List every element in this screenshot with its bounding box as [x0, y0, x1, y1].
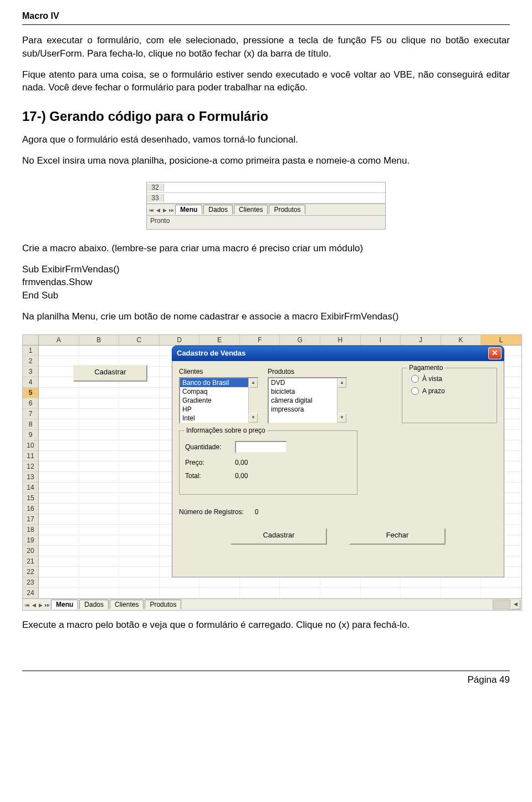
preco-label: Preço:: [185, 459, 229, 466]
nav-prev-icon[interactable]: ◀: [155, 207, 161, 213]
radio-icon[interactable]: [411, 375, 419, 383]
nav-next-icon[interactable]: ▶: [37, 602, 44, 608]
pagamento-group: Pagamento À vista A prazo: [402, 368, 497, 423]
row-2[interactable]: 2: [23, 356, 38, 367]
cells-area[interactable]: Cadastrar Cadastro de Vendas ✕ Clientes …: [39, 346, 521, 598]
paragraph-7: Execute a macro pelo botão e veja que o …: [22, 618, 510, 632]
tab-produtos[interactable]: Produtos: [269, 205, 305, 214]
quantidade-label: Quantidade:: [185, 443, 229, 451]
tab-dados[interactable]: Dados: [79, 600, 109, 609]
row-13[interactable]: 13: [23, 472, 38, 483]
paragraph-1: Para executar o formulário, com ele sele…: [22, 34, 510, 60]
list-item[interactable]: Banco do Brasil: [180, 378, 258, 387]
col-L[interactable]: L: [481, 335, 521, 345]
list-item[interactable]: bicicleta: [269, 387, 346, 396]
nav-last-icon[interactable]: ⏭: [168, 207, 175, 213]
row-5[interactable]: 5: [23, 388, 38, 398]
row-21[interactable]: 21: [23, 556, 38, 567]
select-all-corner[interactable]: [23, 335, 39, 345]
tab-menu[interactable]: Menu: [175, 205, 202, 214]
list-item[interactable]: impressora: [269, 405, 346, 414]
scroll-left-icon[interactable]: ◀: [510, 600, 520, 610]
paragraph-2: Fique atento para uma coisa, se o formul…: [22, 68, 510, 95]
list-item[interactable]: Intel: [180, 414, 258, 423]
tab-dados[interactable]: Dados: [203, 205, 233, 214]
col-F[interactable]: F: [240, 335, 280, 345]
code-block: Sub ExibirFrmVendas() frmvendas.Show End…: [22, 263, 510, 302]
list-item[interactable]: DVD: [269, 378, 346, 387]
footer: Página 49: [22, 671, 510, 686]
excel-tabs-screenshot: 32 33 ⏮◀▶⏭ Menu Dados Clientes Produtos …: [146, 182, 386, 230]
sheet-nav-arrows[interactable]: ⏮◀▶⏭: [24, 601, 50, 608]
col-H[interactable]: H: [320, 335, 361, 345]
row-15[interactable]: 15: [23, 493, 38, 504]
scroll-down-icon[interactable]: ▼: [249, 413, 258, 423]
col-K[interactable]: K: [441, 335, 482, 345]
nav-next-icon[interactable]: ▶: [161, 207, 168, 213]
col-B[interactable]: B: [79, 335, 120, 345]
num-registros-row: Número de Registros: 0: [179, 508, 497, 516]
dialog-title: Cadastro de Vendas: [175, 349, 488, 357]
row-6[interactable]: 6: [23, 398, 38, 409]
scroll-down-icon[interactable]: ▼: [337, 413, 346, 423]
row-23[interactable]: 23: [23, 577, 38, 588]
horizontal-scrollbar[interactable]: ◀: [493, 600, 521, 610]
nav-first-icon[interactable]: ⏮: [24, 602, 30, 608]
row-9[interactable]: 9: [23, 430, 38, 440]
listbox-scrollbar[interactable]: ▲ ▼: [337, 378, 346, 423]
nav-prev-icon[interactable]: ◀: [30, 602, 37, 608]
row-11[interactable]: 11: [23, 451, 38, 461]
quantidade-input[interactable]: [235, 441, 287, 453]
sheet-nav-arrows[interactable]: ⏮◀▶⏭: [148, 206, 175, 214]
scroll-up-icon[interactable]: ▲: [249, 378, 258, 388]
nav-last-icon[interactable]: ⏭: [44, 602, 50, 608]
row-12[interactable]: 12: [23, 461, 38, 472]
sheet-button-cadastrar[interactable]: Cadastrar: [73, 365, 147, 382]
row-24[interactable]: 24: [23, 588, 38, 598]
produtos-listbox[interactable]: DVD bicicleta câmera digital impressora …: [268, 377, 347, 424]
col-C[interactable]: C: [119, 335, 160, 345]
nav-first-icon[interactable]: ⏮: [148, 207, 155, 213]
row-22[interactable]: 22: [23, 567, 38, 577]
row-7[interactable]: 7: [23, 409, 38, 419]
dialog-titlebar[interactable]: Cadastro de Vendas ✕: [172, 346, 504, 361]
tab-menu[interactable]: Menu: [51, 600, 78, 609]
status-bar: Pronto: [147, 216, 385, 229]
scroll-up-icon[interactable]: ▲: [337, 378, 346, 388]
list-item[interactable]: Gradiente: [180, 396, 258, 405]
col-A[interactable]: A: [39, 335, 79, 345]
radio-aprazo[interactable]: A prazo: [408, 385, 491, 397]
tab-clientes[interactable]: Clientes: [110, 600, 144, 609]
row-10[interactable]: 10: [23, 440, 38, 451]
list-item[interactable]: câmera digital: [269, 396, 346, 405]
row-20[interactable]: 20: [23, 546, 38, 556]
clientes-listbox[interactable]: Banco do Brasil Compaq Gradiente HP Inte…: [179, 377, 259, 424]
row-4[interactable]: 4: [23, 377, 38, 388]
col-I[interactable]: I: [361, 335, 401, 345]
list-item[interactable]: HP: [180, 405, 258, 414]
row-16[interactable]: 16: [23, 504, 38, 514]
row-1[interactable]: 1: [23, 346, 38, 356]
tab-clientes[interactable]: Clientes: [234, 205, 268, 214]
info-legend: Informações sobre o preço: [184, 427, 268, 434]
list-item[interactable]: Compaq: [180, 387, 258, 396]
row-17[interactable]: 17: [23, 514, 38, 525]
col-G[interactable]: G: [280, 335, 320, 345]
row-18[interactable]: 18: [23, 525, 38, 535]
close-icon[interactable]: ✕: [488, 347, 502, 359]
row-3[interactable]: 3: [23, 367, 38, 377]
fechar-button[interactable]: Fechar: [349, 528, 446, 545]
radio-avista[interactable]: À vista: [408, 373, 491, 385]
col-J[interactable]: J: [401, 335, 441, 345]
tab-produtos[interactable]: Produtos: [145, 600, 181, 609]
row-19[interactable]: 19: [23, 535, 38, 546]
radio-icon[interactable]: [411, 387, 419, 395]
col-E[interactable]: E: [200, 335, 240, 345]
col-D[interactable]: D: [160, 335, 200, 345]
listbox-scrollbar[interactable]: ▲ ▼: [248, 378, 258, 423]
row-14[interactable]: 14: [23, 483, 38, 493]
info-preco-group: Informações sobre o preço Quantidade: Pr…: [179, 430, 357, 495]
cadastrar-button[interactable]: Cadastrar: [231, 528, 327, 545]
row-8[interactable]: 8: [23, 419, 38, 430]
paragraph-6: Na planilha Menu, crie um botão de nome …: [22, 310, 510, 323]
